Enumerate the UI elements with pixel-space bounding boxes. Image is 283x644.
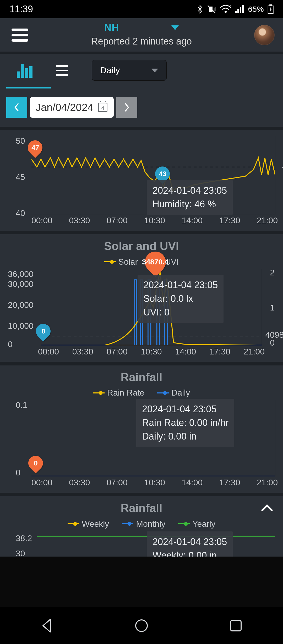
menu-button[interactable] [12,29,28,42]
bluetooth-icon [197,4,203,14]
y-tick: 0 [16,468,20,478]
calendar-icon [98,103,107,112]
tab-indicator [6,87,51,88]
chart-legend: Solar UVI [5,255,278,267]
y-tick: 50 [16,136,25,146]
y-tick: 45 [16,172,25,182]
svg-rect-2 [235,11,237,13]
wifi-icon: 5 [220,4,231,14]
right-annotation: 46 [282,162,283,171]
location-name: NH [104,22,119,33]
android-navbar [0,607,283,644]
svg-text:5: 5 [230,5,231,8]
x-axis: 00:0003:3007:0010:3014:0017:3021:00 [16,476,278,487]
app-header: NH Reported 2 minutes ago [0,18,283,52]
y-tick: 0.1 [16,400,27,410]
chart-tooltip: 2024-01-04 23:05 Rain Rate: 0.00 in/hr D… [136,399,234,447]
y-tick: 20,000 [8,300,34,310]
status-right: 5 65% [197,4,274,14]
period-select[interactable]: Daily [92,60,167,81]
chart-legend: Rain Rate Daily [5,386,278,398]
x-axis: 00:0003:3007:0010:3014:0017:3021:00 [16,214,278,225]
controls-bar: Daily [0,54,283,90]
y2-tick: 1 [270,303,275,313]
scroll-to-top-button[interactable] [258,499,276,517]
chart-title: Rainfall [5,502,278,515]
nav-recent-button[interactable] [228,618,244,634]
y-tick: 38.2 [16,534,32,543]
svg-point-16 [136,620,147,631]
y-tick: 0 [8,340,13,349]
chart-solar-uvi: Solar and UVI Solar UVI 36,000 30,000 20… [0,234,283,360]
status-bar: 11:39 5 65% [0,0,283,18]
svg-rect-4 [240,7,241,13]
bar-chart-icon [17,63,32,78]
date-picker[interactable]: Jan/04/2024 [30,97,114,118]
chart-humidity: 50 45 40 47 43 46 2024-01-04 23:05 Humid… [0,130,283,229]
chart-tooltip: 2024-01-04 23:05 Weekly: 0.00 in [147,531,233,557]
last-reported: Reported 2 minutes ago [5,36,278,47]
nav-home-button[interactable] [134,618,149,634]
battery-percent: 65% [248,5,264,14]
y2-tick: 2 [270,268,275,277]
svg-rect-7 [269,4,272,5]
x-axis: 00:0003:3007:0010:3014:0017:3021:00 [8,345,278,357]
svg-rect-3 [237,9,239,13]
battery-icon [268,4,274,14]
chart-tooltip: 2024-01-04 23:05 Humidity: 46 % [147,180,233,215]
svg-point-0 [225,11,227,13]
chart-tooltip: 2024-01-04 23:05 Solar: 0.0 lx UVI: 0 [138,275,224,323]
y-tick: 30 [16,549,25,557]
y-tick: 30,000 [8,279,34,289]
status-time: 11:39 [9,4,33,15]
chart-legend: Weekly Monthly Yearly [5,517,278,529]
period-value: Daily [100,65,120,75]
signal-icon [235,4,244,14]
date-next-button[interactable] [116,97,137,118]
chart-title: Rainfall [5,371,278,384]
chevron-down-icon [171,25,179,30]
date-value: Jan/04/2024 [36,102,93,113]
nav-back-button[interactable] [39,618,55,634]
date-prev-button[interactable] [6,97,27,118]
tab-charts[interactable] [17,63,32,78]
y2-tick: 0 [270,338,275,348]
avatar[interactable] [254,25,275,45]
svg-rect-17 [231,620,241,631]
tab-list[interactable] [56,65,68,76]
svg-rect-5 [242,5,244,13]
y-tick: 10,000 [8,321,34,331]
location-selector[interactable]: NH [94,22,189,33]
chart-rainfall-accum: Rainfall Weekly Monthly Yearly 38.2 30 2… [0,496,283,557]
date-nav: Jan/04/2024 [0,90,283,127]
y-tick: 36,000 [8,269,34,279]
vibrate-mute-icon [207,4,216,14]
y-tick: 40 [16,208,25,218]
chart-rainfall-rate: Rainfall Rain Rate Daily 0.1 0 0 2024-01… [0,365,283,491]
chevron-down-icon [151,69,158,72]
chart-title: Solar and UVI [5,240,278,253]
